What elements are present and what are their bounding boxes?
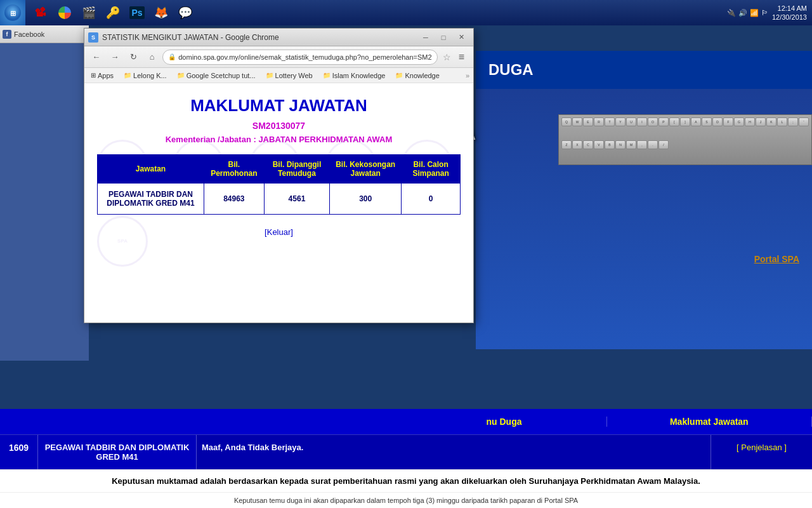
row-result: Maaf, Anda Tidak Berjaya. <box>197 435 710 469</box>
folder-icon-2: 📁 <box>177 72 185 79</box>
321-icon: 📽 <box>35 6 46 20</box>
header-maklumat-jawatan: Maklumat Jawatan <box>607 417 812 427</box>
bookmarks-more[interactable]: » <box>466 72 469 79</box>
main-website-bottom: nu Duga Maklumat Jawatan 1609 PEGAWAI TA… <box>0 409 812 508</box>
chrome-menu-button[interactable]: ≡ <box>454 49 469 65</box>
table-header-row: Jawatan Bil. Permohonan Bil. Dipanggil T… <box>98 155 461 184</box>
film-icon: 🎬 <box>82 6 96 20</box>
svg-text:⊞: ⊞ <box>10 10 16 17</box>
key: U <box>626 117 636 126</box>
date-display: 12/30/2013 <box>772 13 807 22</box>
skype-icon: 💬 <box>178 6 192 20</box>
cell-bil-kekosongan: 300 <box>330 184 402 215</box>
apps-icon: ⊞ <box>91 72 96 79</box>
key: Z <box>561 140 572 149</box>
bookmark-lelong[interactable]: 📁 Lelong K... <box>121 70 169 81</box>
chrome-title: STATISTIK MENGIKUT JAWATAN - Google Chro… <box>102 33 417 42</box>
key: P <box>658 117 669 126</box>
col-bil-dipanggil: Bil. Dipanggil Temuduga <box>264 155 329 184</box>
taskbar-ps[interactable]: Ps <box>126 1 148 24</box>
modal-department: Kementerian /Jabatan : JABATAN PERKHIDMA… <box>97 135 461 144</box>
forward-button[interactable]: → <box>107 49 122 65</box>
row-penjelasan-link[interactable]: [ Penjelasan ] <box>710 435 812 469</box>
bookmark-knowledge[interactable]: 📁 Knowledge <box>393 70 442 81</box>
modal-dept-value: JABATAN PERKHIDMATAN AWAM <box>258 135 392 144</box>
taskbar-firefox[interactable]: 🦊 <box>150 1 173 24</box>
fb-browser-titlebar: f Facebook <box>0 25 89 43</box>
row-job-title: PEGAWAI TADBIR DAN DIPLOMATIK GRED M41 <box>38 435 197 469</box>
lock-icon: 🔒 <box>168 53 176 60</box>
folder-icon-1: 📁 <box>124 72 131 79</box>
bookmark-lottery[interactable]: 📁 Lottery Web <box>263 70 315 81</box>
bookmark-star[interactable]: ☆ <box>443 52 451 62</box>
key: O <box>648 117 658 126</box>
key: [ <box>669 117 679 126</box>
facebook-tab-label: Facebook <box>14 30 44 38</box>
key: B <box>605 140 615 149</box>
chrome-content-area: SPA SPA SPA SPA SPA SPA MAKLUMAT JAWATAN… <box>84 83 473 323</box>
bookmark-google-scetchup[interactable]: 📁 Google Scetchup tut... <box>174 70 258 81</box>
bookmark-islam-knowledge[interactable]: 📁 Islam Knowledge <box>320 70 388 81</box>
taskbar-film[interactable]: 🎬 <box>77 1 100 24</box>
home-button[interactable]: ⌂ <box>144 49 160 65</box>
cell-bil-dipanggil: 4561 <box>264 184 329 215</box>
back-button[interactable]: ← <box>88 49 104 65</box>
chrome-titlebar: S STATISTIK MENGIKUT JAWATAN - Google Ch… <box>84 29 473 46</box>
address-bar[interactable]: 🔒 domino.spa.gov.my/online/semak_statist… <box>162 50 437 65</box>
signal-icon: 📶 <box>750 9 759 17</box>
portal-spa-link[interactable]: Portal SPA <box>754 254 799 264</box>
bg-website-header: DUGA <box>476 51 812 89</box>
key: V <box>594 140 604 149</box>
bookmark-knowledge-label: Knowledge <box>405 72 439 79</box>
facebook-browser: f Facebook <box>0 25 89 343</box>
row-number: 1609 <box>0 435 38 469</box>
cell-bil-permohonan: 84963 <box>204 184 264 215</box>
key: ; <box>788 117 798 126</box>
taskbar-chrome-pinned[interactable] <box>53 1 76 24</box>
cell-jawatan: PEGAWAI TADBIR DAN DIPLOMATIK GRED M41 <box>98 184 204 215</box>
ps-icon: Ps <box>129 6 144 19</box>
folder-icon-5: 📁 <box>395 72 403 79</box>
cell-bil-calon: 0 <box>402 184 461 215</box>
key: ] <box>680 117 690 126</box>
key-icon: 🔑 <box>106 6 120 20</box>
key: R <box>594 117 604 126</box>
key: L <box>777 117 787 126</box>
table-row: PEGAWAI TADBIR DAN DIPLOMATIK GRED M41 8… <box>98 184 461 215</box>
flag-icon: 🏳 <box>761 9 768 17</box>
facebook-favicon: f <box>3 30 11 39</box>
key: M <box>626 140 636 149</box>
bookmarks-bar: ⊞ Apps 📁 Lelong K... 📁 Google Scetchup t… <box>84 68 473 83</box>
keluar-link[interactable]: [Keluar] <box>97 227 461 237</box>
modal-page: SPA SPA SPA SPA SPA SPA MAKLUMAT JAWATAN… <box>84 83 473 323</box>
bookmark-islam-label: Islam Knowledge <box>332 72 386 79</box>
chrome-minimize-button[interactable]: ─ <box>417 31 434 44</box>
bookmark-google-scetchup-label: Google Scetchup tut... <box>187 72 256 79</box>
col-bil-permohonan: Bil. Permohonan <box>204 155 264 184</box>
key: S <box>702 117 712 126</box>
modal-title: MAKLUMAT JAWATAN <box>97 96 461 116</box>
volume-icon: 🔊 <box>738 9 747 17</box>
chrome-window-controls: ─ □ ✕ <box>417 31 469 44</box>
reload-button[interactable]: ↻ <box>126 49 141 65</box>
header-num-col <box>0 414 38 429</box>
key: W <box>572 117 582 126</box>
start-button[interactable]: ⊞ <box>0 0 25 25</box>
header-memu-duga: nu Duga <box>402 417 606 427</box>
modal-dept-label: Kementerian /Jabatan : <box>166 135 256 144</box>
chrome-close-button[interactable]: ✕ <box>453 31 469 44</box>
key: F <box>723 117 733 126</box>
chrome-favicon: S <box>88 32 98 43</box>
taskbar-skype[interactable]: 💬 <box>174 1 197 24</box>
taskbar-321[interactable]: 📽 <box>29 1 52 24</box>
folder-icon-4: 📁 <box>323 72 331 79</box>
chrome-icon <box>58 6 71 19</box>
taskbar-key[interactable]: 🔑 <box>102 1 124 24</box>
bookmark-apps[interactable]: ⊞ Apps <box>88 70 116 81</box>
key: ' <box>799 117 809 126</box>
clock[interactable]: 12:14 AM 12/30/2013 <box>772 4 807 22</box>
key: H <box>745 117 755 126</box>
chrome-maximize-button[interactable]: □ <box>435 31 452 44</box>
col-bil-calon: Bil. Calon Simpanan <box>402 155 461 184</box>
key: I <box>637 117 647 126</box>
